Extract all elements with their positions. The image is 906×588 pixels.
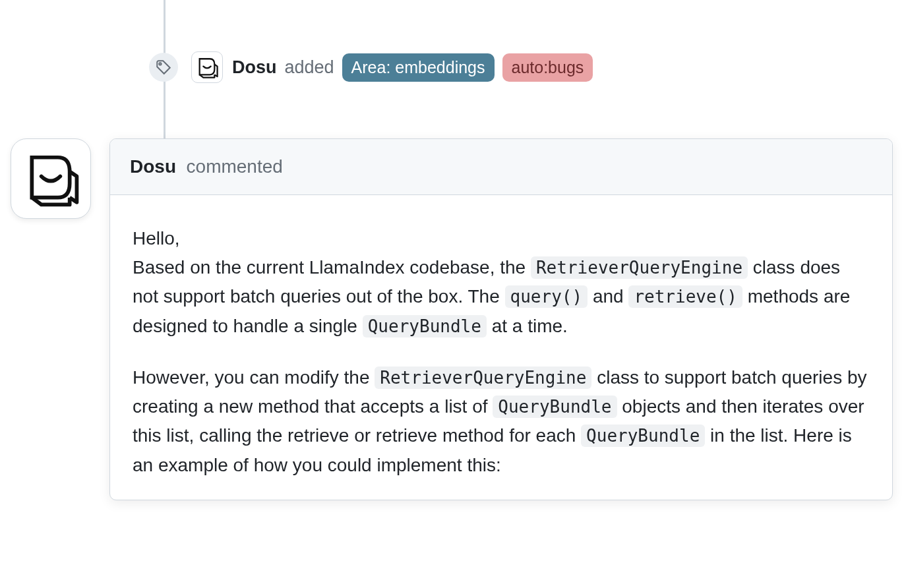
code-query: query() bbox=[505, 285, 588, 308]
comment: Dosu commented Hello, Based on the curre… bbox=[11, 138, 893, 500]
comment-paragraph-1: Hello, Based on the current LlamaIndex c… bbox=[133, 224, 870, 341]
comment-paragraph-2: However, you can modify the RetrieverQue… bbox=[133, 363, 870, 480]
code-retriever-query-engine-2: RetrieverQueryEngine bbox=[375, 367, 591, 389]
comment-actor[interactable]: Dosu bbox=[130, 156, 176, 177]
actor-avatar-small[interactable] bbox=[191, 51, 223, 83]
comment-box: Dosu commented Hello, Based on the curre… bbox=[109, 138, 893, 500]
label-event: Dosu added Area: embeddings auto:bugs bbox=[149, 51, 593, 83]
event-text: Dosu added Area: embeddings auto:bugs bbox=[232, 53, 593, 82]
label-auto-bugs[interactable]: auto:bugs bbox=[502, 53, 593, 82]
code-retriever-query-engine: RetrieverQueryEngine bbox=[531, 256, 748, 279]
comment-arrow bbox=[109, 165, 110, 183]
actor-avatar-large[interactable] bbox=[11, 138, 91, 219]
label-area-embeddings[interactable]: Area: embeddings bbox=[342, 53, 495, 82]
code-querybundle-3: QueryBundle bbox=[581, 425, 705, 447]
code-querybundle-2: QueryBundle bbox=[493, 396, 617, 418]
code-retrieve: retrieve() bbox=[628, 285, 742, 308]
comment-body: Hello, Based on the current LlamaIndex c… bbox=[110, 195, 892, 500]
code-querybundle: QueryBundle bbox=[363, 315, 487, 338]
event-action: added bbox=[285, 57, 334, 78]
comment-action: commented bbox=[187, 156, 283, 177]
comment-header: Dosu commented bbox=[110, 139, 892, 195]
tag-icon bbox=[149, 53, 178, 82]
event-actor[interactable]: Dosu bbox=[232, 57, 277, 78]
svg-point-0 bbox=[159, 63, 161, 65]
